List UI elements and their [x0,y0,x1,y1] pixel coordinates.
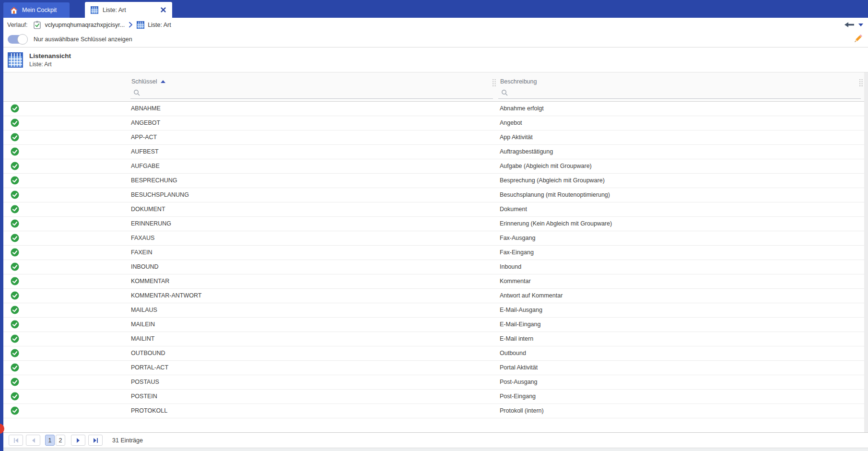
column-label: Schlüssel [131,78,157,85]
selectable-check-icon [11,119,19,127]
chevron-down-icon [858,24,863,26]
cell-schluessel: MAILAUS [131,303,157,317]
filter-input-beschreibung[interactable] [498,88,861,99]
cell-beschreibung: Dokument [500,202,527,216]
table-row[interactable]: MAILAUS E-Mail-Ausgang [3,303,865,318]
table-row[interactable]: FAXAUS Fax-Ausgang [3,231,865,246]
first-page-button[interactable] [9,435,23,446]
cell-beschreibung: E-Mail-Eingang [500,318,540,332]
cell-schluessel: MAILINT [131,332,154,346]
cell-beschreibung: Besuchsplanung (mit Routenoptimierung) [500,188,610,202]
cell-beschreibung: Antwort auf Kommentar [500,289,563,303]
last-page-button[interactable] [88,435,103,446]
scrollbar-track[interactable] [864,72,868,432]
last-page-icon [93,438,98,443]
history-bar: Verlauf: vclyupmqhumaqrazhxpjcisyr... [3,18,868,32]
selectable-check-icon [11,205,19,214]
cell-beschreibung: Inbound [500,260,521,274]
next-page-button[interactable] [71,435,85,446]
cell-schluessel: ANGEBOT [131,116,160,130]
close-icon[interactable] [161,7,166,12]
table-row[interactable]: PROTOKOLL Protokoll (intern) [3,404,865,418]
cell-schluessel: DOKUMENT [131,202,165,216]
cell-beschreibung: Protokoll (intern) [500,404,544,418]
selectable-check-icon [11,104,19,113]
app-window: Mein Cockpit Liste: Art Verlauf: [0,0,868,451]
search-icon [133,89,141,96]
page-subtitle: Liste: Art [29,61,71,68]
table-row[interactable]: ANGEBOT Angebot [3,116,865,131]
cell-beschreibung: Fax-Ausgang [500,231,535,245]
filter-input-schluessel[interactable] [130,88,493,99]
table-row[interactable]: APP-ACT App Aktivität [3,131,865,145]
cell-schluessel: AUFBEST [131,145,159,159]
table-row[interactable]: MAILEIN E-Mail-Eingang [3,318,865,332]
cell-schluessel: BESUCHSPLANUNG [131,188,189,202]
listview-icon [8,52,23,68]
table-row[interactable]: POSTAUS Post-Ausgang [3,375,865,390]
toggle-knob [17,34,28,45]
edit-button[interactable] [852,33,864,45]
prev-page-button[interactable] [26,435,40,446]
entry-count: 31 Einträge [112,437,143,444]
tab-mein-cockpit[interactable]: Mein Cockpit [3,2,70,18]
cell-beschreibung: Besprechung (Abgleich mit Groupware) [500,174,605,188]
cell-schluessel: INBOUND [131,260,159,274]
back-button[interactable] [844,22,855,28]
selectable-check-icon [11,262,19,271]
table-row[interactable]: ABNAHME Abnahme erfolgt [3,102,865,116]
table-row[interactable]: ERINNERUNG Erinnerung (Kein Abgleich mit… [3,217,865,231]
column-drag-handle[interactable] [492,79,496,89]
selectable-check-icon [11,176,19,185]
selectable-check-icon [11,392,19,401]
history-item-label: Liste: Art [148,22,171,28]
history-label: Verlauf: [7,22,27,28]
chevron-right-icon [129,22,133,28]
cell-schluessel: PROTOKOLL [131,404,167,418]
table-row[interactable]: KOMMENTAR-ANTWORT Antwort auf Kommentar [3,289,865,303]
page-button-2[interactable]: 2 [56,435,65,446]
table-row[interactable]: AUFGABE Aufgabe (Abgleich mit Groupware) [3,159,865,174]
table-row[interactable]: BESPRECHUNG Besprechung (Abgleich mit Gr… [3,174,865,188]
column-header-beschreibung[interactable]: Beschreibung [500,78,537,85]
cell-schluessel: OUTBOUND [131,346,165,360]
selectable-check-icon [11,190,19,199]
table-icon [137,21,144,29]
cell-beschreibung: E-Mail intern [500,332,533,346]
table-row[interactable]: MAILINT E-Mail intern [3,332,865,346]
first-page-icon [13,438,19,443]
history-item-label: vclyupmqhumaqrazhxpjcisyr... [45,22,125,28]
cell-schluessel: POSTEIN [131,390,157,404]
selectable-check-icon [11,219,19,228]
table-row[interactable]: OUTBOUND Outbound [3,346,865,361]
table-row[interactable]: FAXEIN Fax-Eingang [3,246,865,260]
table-header: Schlüssel Beschreibung [3,72,865,102]
table-row[interactable]: PORTAL-ACT Portal Aktivität [3,361,865,375]
history-dropdown-button[interactable] [858,24,863,26]
selectable-check-icon [11,291,19,300]
cell-schluessel: AUFGABE [131,159,160,173]
table-row[interactable]: BESUCHSPLANUNG Besuchsplanung (mit Route… [3,188,865,202]
selectable-keys-toggle[interactable] [8,35,27,44]
column-header-schluessel[interactable]: Schlüssel [131,78,165,85]
sort-asc-icon [161,80,165,83]
history-item-liste[interactable]: Liste: Art [137,21,171,29]
column-drag-handle[interactable] [859,79,863,89]
cell-beschreibung: Erinnerung (Kein Abgleich mit Groupware) [500,217,612,231]
page-button-1[interactable]: 1 [45,435,55,446]
tab-liste-art[interactable]: Liste: Art [85,2,172,18]
page-title: Listenansicht [29,52,71,59]
table-row[interactable]: DOKUMENT Dokument [3,202,865,217]
table-row[interactable]: AUFBEST Auftragsbestätigung [3,145,865,159]
cell-beschreibung: Post-Eingang [500,390,536,404]
cell-beschreibung: App Aktivität [500,131,533,144]
selectable-check-icon [11,349,19,357]
table-row[interactable]: POSTEIN Post-Eingang [3,390,865,404]
tab-label: Liste: Art [103,7,126,13]
toolbar: Nur auswählbare Schlüssel anzeigen [3,32,868,47]
table-row[interactable]: KOMMENTAR Kommentar [3,274,865,289]
table-row[interactable]: INBOUND Inbound [3,260,865,274]
selectable-check-icon [11,406,19,415]
history-item-record[interactable]: vclyupmqhumaqrazhxpjcisyr... [33,21,125,29]
page-buttons: 12 [45,435,65,446]
